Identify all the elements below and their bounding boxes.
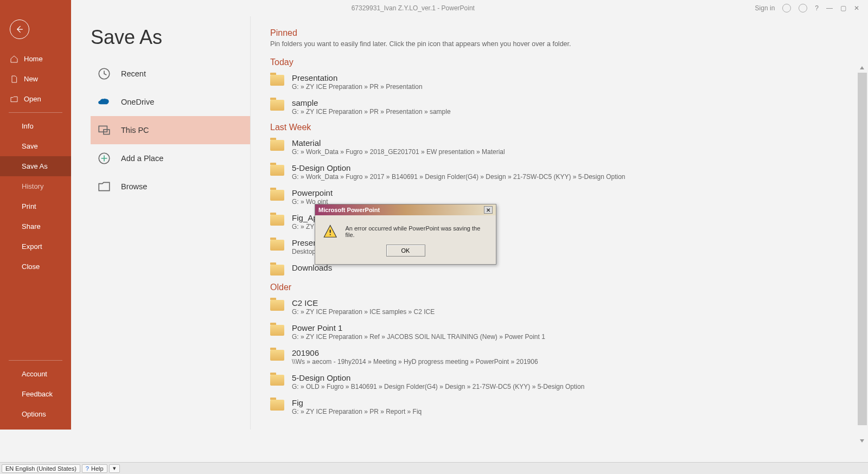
folder-name: Power Point 1: [292, 323, 545, 332]
location-thispc-label: This PC: [121, 126, 149, 134]
folder-item[interactable]: 201906\\Ws » aecom - 19hy2014 » Meeting …: [270, 344, 863, 369]
folder-item[interactable]: C2 ICEG: » ZY ICE Preparation » ICE samp…: [270, 294, 863, 319]
thispc-icon: [96, 123, 112, 137]
status-help[interactable]: ?Help: [82, 464, 107, 473]
scrollbar-thumb[interactable]: [858, 73, 867, 425]
minimize-button[interactable]: —: [826, 4, 833, 12]
folder-path: G: » ZY ICE Preparation » PR » Presentat…: [292, 83, 423, 91]
location-recent-label: Recent: [121, 69, 146, 78]
sidebar-item-feedback[interactable]: Feedback: [0, 384, 71, 404]
folder-item[interactable]: FigG: » ZY ICE Preparation » PR » Report…: [270, 394, 863, 419]
folder-item[interactable]: 5-Design OptionG: » OLD » Fugro » B14069…: [270, 369, 863, 394]
location-addplace-label: Add a Place: [121, 154, 163, 163]
folder-icon: [270, 400, 284, 411]
folder-icon: [270, 215, 284, 226]
folder-name: Presentation: [292, 73, 423, 82]
status-language[interactable]: EN English (United States): [2, 464, 80, 473]
signin-link[interactable]: Sign in: [755, 4, 775, 12]
sidebar-open-label: Open: [24, 95, 41, 103]
folder-icon: [270, 375, 284, 386]
folder-name: Fig: [292, 398, 422, 407]
folder-icon: [270, 190, 284, 201]
new-icon: [10, 75, 18, 84]
sidebar-item-new[interactable]: New: [0, 69, 71, 89]
dialog-message: An error occurred while PowerPoint was s…: [345, 225, 488, 238]
sidebar-new-label: New: [24, 75, 38, 83]
window-title: 67329931_Ivan Z.Y.LO_ver.1 - PowerPoint: [71, 4, 755, 12]
folder-name: 5-Design Option: [292, 373, 584, 382]
location-onedrive[interactable]: OneDrive: [91, 88, 250, 116]
folder-path: G: » ZY: [292, 223, 318, 230]
folder-name: Material: [292, 138, 505, 148]
location-recent[interactable]: Recent: [91, 60, 250, 88]
help-icon[interactable]: ?: [815, 4, 819, 12]
location-thispc[interactable]: This PC: [91, 116, 250, 144]
sidebar-item-account[interactable]: Account: [0, 364, 71, 384]
pinned-hint: Pin folders you want to easily find late…: [270, 40, 863, 48]
folder-item[interactable]: PresentationG: » ZY ICE Preparation » PR…: [270, 69, 863, 94]
section-older: Older: [270, 283, 863, 292]
folder-path: G: » ZY ICE Preparation » ICE samples » …: [292, 308, 435, 316]
folder-item[interactable]: 5-Design OptionG: » Work_Data » Fugro » …: [270, 159, 863, 184]
sidebar-item-open[interactable]: Open: [0, 89, 71, 109]
folder-name: 5-Design Option: [292, 163, 626, 172]
section-today: Today: [270, 57, 863, 67]
close-window-button[interactable]: ✕: [854, 4, 859, 12]
folder-path: G: » Work_Data » Fugro » 2018_GE201701 »…: [292, 148, 505, 156]
onedrive-icon: [96, 95, 112, 109]
folder-path: G: » ZY ICE Preparation » PR » Report » …: [292, 408, 422, 415]
folder-icon: [270, 265, 284, 276]
folder-name: Powerpoint: [292, 188, 333, 197]
locations-panel: Recent OneDrive This PC Add a Place Brow…: [71, 16, 251, 430]
location-onedrive-label: OneDrive: [121, 98, 154, 106]
folder-icon: [270, 140, 284, 151]
folder-icon: [270, 240, 284, 251]
happy-face-icon[interactable]: [782, 4, 791, 12]
svg-rect-1: [99, 126, 107, 132]
location-browse[interactable]: Browse: [91, 172, 250, 201]
folder-icon: [270, 100, 284, 111]
back-button[interactable]: [10, 20, 29, 39]
browse-icon: [96, 180, 112, 194]
folder-name: sample: [292, 98, 451, 107]
folder-path: G: » ZY ICE Preparation » PR » Presentat…: [292, 108, 451, 116]
location-addplace[interactable]: Add a Place: [91, 144, 250, 172]
folder-name: 201906: [292, 348, 538, 357]
backstage-sidebar: Home New Open Info Save Save As History …: [0, 0, 71, 430]
dialog-close-button[interactable]: ✕: [484, 206, 493, 214]
folder-path: G: » ZY ICE Preparation » Ref » JACOBS S…: [292, 333, 545, 341]
sidebar-home-label: Home: [24, 55, 43, 63]
sidebar-item-share[interactable]: Share: [0, 216, 71, 236]
folder-item[interactable]: Power Point 1G: » ZY ICE Preparation » R…: [270, 319, 863, 344]
folder-icon: [270, 75, 284, 86]
maximize-button[interactable]: ▢: [840, 4, 846, 12]
warning-icon: [323, 224, 337, 239]
sidebar-item-options[interactable]: Options: [0, 404, 71, 424]
folder-item[interactable]: sampleG: » ZY ICE Preparation » PR » Pre…: [270, 94, 863, 119]
svg-point-4: [330, 234, 331, 235]
folder-icon: [270, 300, 284, 311]
folder-path: \\Ws » aecom - 19hy2014 » Meeting » HyD …: [292, 358, 538, 366]
open-icon: [10, 95, 18, 104]
sidebar-item-close[interactable]: Close: [0, 257, 71, 277]
clock-icon: [96, 67, 112, 81]
sad-face-icon[interactable]: [799, 4, 807, 12]
scrollbar[interactable]: [858, 73, 867, 436]
folder-name: Fig_Ap: [292, 213, 318, 222]
folder-item[interactable]: MaterialG: » Work_Data » Fugro » 2018_GE…: [270, 134, 863, 159]
sidebar-item-save[interactable]: Save: [0, 136, 71, 156]
sidebar-item-saveas[interactable]: Save As: [0, 156, 71, 176]
folder-name: C2 ICE: [292, 298, 435, 308]
sidebar-item-home[interactable]: Home: [0, 49, 71, 69]
sidebar-item-info[interactable]: Info: [0, 116, 71, 136]
sidebar-item-history[interactable]: History: [0, 176, 71, 196]
folder-icon: [270, 165, 284, 176]
addplace-icon: [96, 151, 112, 165]
sidebar-item-print[interactable]: Print: [0, 196, 71, 216]
status-dropdown[interactable]: ▾: [109, 464, 120, 473]
dialog-ok-button[interactable]: OK: [386, 245, 425, 257]
sidebar-item-export[interactable]: Export: [0, 236, 71, 257]
folder-icon: [270, 325, 284, 336]
error-dialog: Microsoft PowerPoint ✕ An error occurred…: [315, 204, 496, 265]
dialog-titlebar[interactable]: Microsoft PowerPoint ✕: [315, 204, 496, 215]
